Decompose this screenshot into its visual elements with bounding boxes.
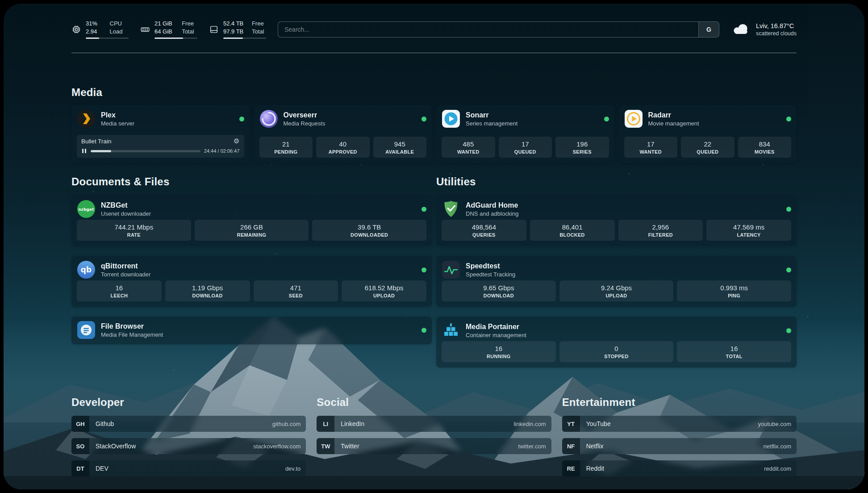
service-description: Speedtest Tracking [466, 271, 515, 278]
service-name: Sonarr [466, 111, 517, 119]
bookmark-name: LinkedIn [341, 420, 364, 427]
service-card-speedtest[interactable]: Speedtest Speedtest Tracking 9.65 GbpsDO… [436, 256, 797, 307]
cpu-load-label: Load [110, 28, 129, 36]
bookmark-name: Netflix [586, 443, 604, 450]
status-dot [786, 117, 791, 121]
settings-gear-icon[interactable]: ⚙ [234, 138, 239, 145]
utilities-column: Utilities [436, 175, 797, 368]
service-card-adguard[interactable]: AdGuard Home DNS and adblocking 498,564Q… [436, 195, 797, 246]
stat-block: 471SEED [254, 280, 338, 301]
bookmark-url: github.com [272, 421, 306, 427]
cpu-icon [71, 25, 81, 34]
bookmark-name: DEV [96, 465, 108, 472]
bookmark-netflix[interactable]: NF Netflix netflix.com [562, 438, 797, 454]
disk-free-label: Free [252, 20, 266, 28]
bookmark-abbr: YT [562, 416, 580, 432]
stat-block: 0STOPPED [559, 341, 674, 362]
service-name: NZBGet [101, 201, 151, 209]
service-card-filebrowser[interactable]: File Browser Media File Management [71, 317, 432, 344]
bookmark-linkedin[interactable]: LI LinkedIn linkedin.com [317, 416, 551, 432]
weather-condition: scattered clouds [756, 30, 797, 37]
status-dot [421, 117, 426, 121]
service-description: Container management [466, 332, 526, 338]
service-card-plex[interactable]: Plex Media server Bullet Train ⚙ 24:44 /… [71, 105, 250, 163]
stat-block: 17WANTED [624, 137, 678, 158]
stat-block: 9.24 GbpsUPLOAD [559, 280, 674, 301]
stat-block: 485WANTED [442, 137, 495, 158]
section-title-entertainment: Entertainment [562, 396, 797, 409]
radarr-icon [624, 109, 643, 128]
nzbget-icon: nzbget [77, 200, 96, 218]
disk-widget: 52.4 TB Free 97.9 TB Total [209, 20, 266, 39]
bookmark-name: Twitter [341, 443, 359, 450]
media-card-grid: Plex Media server Bullet Train ⚙ 24:44 /… [71, 105, 797, 163]
google-search-button[interactable]: G [698, 22, 719, 37]
bookmark-abbr: GH [71, 416, 89, 432]
playback-progress [91, 150, 200, 152]
bookmark-name: StackOverflow [96, 443, 136, 450]
bookmark-github[interactable]: GH Github github.com [71, 416, 306, 432]
service-card-nzbget[interactable]: nzbget NZBGet Usenet downloader 74 [71, 195, 432, 246]
status-dot [239, 117, 244, 121]
status-dot [421, 328, 426, 333]
bookmark-name: Github [96, 420, 114, 427]
topbar-divider [71, 53, 797, 53]
overseerr-icon [259, 109, 278, 128]
cpu-load-value: 2.94 [86, 28, 104, 36]
now-playing-title: Bullet Train [81, 138, 112, 145]
disk-progress-bar [223, 38, 266, 39]
sonarr-icon [442, 109, 460, 128]
section-title-utilities: Utilities [436, 175, 797, 188]
disk-total-label: Total [252, 28, 266, 36]
bookmark-dev[interactable]: DT DEV dev.to [71, 460, 306, 476]
memory-free-label: Free [182, 20, 197, 28]
bookmark-abbr: RE [562, 460, 580, 476]
stat-block: 21PENDING [259, 137, 313, 158]
service-description: Media Requests [284, 120, 326, 127]
snow-specks [4, 4, 4, 4]
stat-block: 196SERIES [555, 137, 609, 158]
plex-icon [77, 109, 96, 128]
bookmark-youtube[interactable]: YT YouTube youtube.com [562, 416, 797, 432]
bookmark-twitter[interactable]: TW Twitter twitter.com [317, 438, 551, 454]
service-card-overseerr[interactable]: Overseerr Media Requests 21PENDING 40APP… [254, 105, 432, 163]
memory-widget: 21 GiB Free 64 GiB Total [140, 20, 197, 39]
memory-progress-bar [154, 38, 197, 39]
service-card-radarr[interactable]: Radarr Movie management 17WANTED 22QUEUE… [619, 105, 797, 163]
bookmark-abbr: TW [317, 438, 334, 454]
service-name: Media Portainer [466, 323, 526, 331]
plex-now-playing: Bullet Train ⚙ 24:44 / 02:06:47 [77, 135, 244, 158]
portainer-icon [442, 321, 460, 340]
bookmark-abbr: LI [317, 416, 334, 432]
service-card-sonarr[interactable]: Sonarr Series management 485WANTED 17QUE… [436, 105, 614, 163]
stat-block: 266 GBREMAINING [195, 220, 309, 241]
playback-time: 24:44 / 02:06:47 [204, 148, 240, 154]
weather-widget: Lviv, 16.87°C scattered clouds [731, 22, 797, 37]
bookmark-abbr: NF [562, 438, 580, 454]
cpu-progress-bar [86, 38, 129, 39]
status-dot [786, 207, 791, 212]
bookmark-name: Reddit [586, 465, 604, 472]
bookmark-url: dev.to [285, 465, 306, 472]
disk-icon [209, 25, 219, 34]
service-description: Torrent downloader [101, 271, 150, 278]
weather-location-temp: Lviv, 16.87°C [756, 22, 797, 29]
stat-block: 9.65 GbpsDOWNLOAD [442, 280, 556, 301]
search-input[interactable] [278, 22, 698, 37]
service-description: Media server [101, 120, 134, 127]
stat-block: 2,956FILTERED [618, 220, 703, 241]
bookmark-reddit[interactable]: RE Reddit reddit.com [562, 460, 797, 476]
pause-button[interactable] [81, 148, 87, 154]
status-dot [421, 207, 426, 212]
stat-block: 16TOTAL [677, 341, 791, 362]
stat-block: 39.6 TBDOWNLOADED [312, 220, 426, 241]
service-card-portainer[interactable]: Media Portainer Container management 16R… [436, 317, 797, 368]
stat-block: 22QUEUED [681, 137, 734, 158]
bookmark-url: twitter.com [518, 443, 551, 450]
topbar: 31% CPU 2.94 Load [71, 17, 797, 42]
bookmark-stackoverflow[interactable]: SO StackOverflow stackoverflow.com [71, 438, 306, 454]
filebrowser-icon [77, 321, 96, 339]
search-bar: G [278, 21, 719, 38]
service-card-qbittorrent[interactable]: qb qBittorrent Torrent downloader [71, 256, 432, 307]
bookmark-url: linkedin.com [513, 421, 551, 427]
